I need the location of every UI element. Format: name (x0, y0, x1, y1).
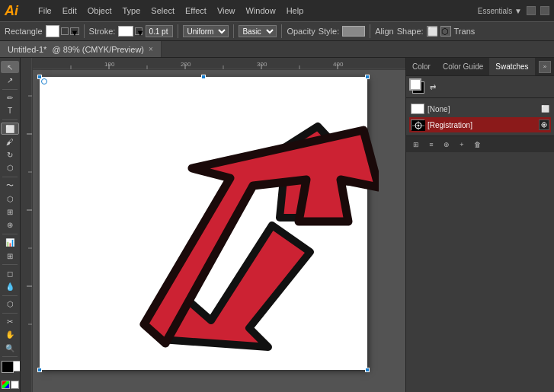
tool-divider-3 (2, 177, 18, 177)
no-color-icon[interactable] (11, 381, 19, 389)
warp-tool-btn[interactable]: 〜 (1, 180, 19, 192)
shape-label: Shape: (397, 27, 424, 36)
doc-tab-label: Untitled-1* @ 89% (CMYK/Preview) (8, 45, 144, 54)
options-bar: Rectangle ▼ Stroke: ▼ Uniform Basic Opac… (0, 21, 554, 41)
stroke-weight-input[interactable] (146, 25, 173, 37)
swatches-toolbar: ⊞ ≡ ⊕ + 🗑 (406, 135, 554, 152)
color-mode-icon[interactable] (2, 381, 10, 389)
swap-fill-stroke-btn[interactable]: ⇄ (430, 83, 436, 91)
shape-icon[interactable]: ⬜ (427, 26, 437, 37)
tool-divider-1 (2, 89, 18, 90)
menu-type[interactable]: Type (118, 5, 146, 17)
rectangle-tool-btn[interactable]: ⬜ (1, 123, 19, 135)
swatch-item-none[interactable]: [None] ⬜ (409, 101, 551, 116)
menu-select[interactable]: Select (146, 5, 179, 17)
menu-view[interactable]: View (213, 5, 240, 17)
color-indicators-row: ⇄ (406, 76, 554, 98)
handle-top-center[interactable] (201, 75, 206, 79)
handle-bottom-left[interactable] (37, 368, 42, 372)
tab-color-guide[interactable]: Color Guide (437, 58, 489, 75)
artboard-origin-indicator (41, 78, 47, 84)
direct-selection-tool-btn[interactable]: ↗ (1, 74, 19, 86)
pen-tool-btn[interactable]: ✏ (1, 91, 19, 104)
blend-tool-btn[interactable]: ⬡ (1, 298, 19, 311)
swatch-color-registration (411, 120, 424, 130)
divider3 (233, 24, 234, 38)
svg-text:300: 300 (257, 61, 267, 68)
handle-bottom-right[interactable] (365, 368, 370, 372)
symbol-sprayer-btn[interactable]: ⊛ (1, 219, 19, 231)
mesh-tool-btn[interactable]: ⊞ (1, 250, 19, 262)
swatch-icon-registration (539, 120, 549, 130)
stroke-arrow[interactable]: ▼ (135, 27, 143, 35)
swatch-item-registration[interactable]: [Registration] (409, 117, 551, 132)
stroke-swatch[interactable] (118, 26, 133, 37)
tab-color[interactable]: Color (406, 58, 437, 75)
panel-tabs: Color Color Guide Swatches » (406, 58, 554, 76)
tool-divider-5 (2, 264, 18, 265)
swatch-add-icon[interactable]: + (455, 139, 469, 151)
divider4 (281, 24, 282, 38)
handle-top-right[interactable] (365, 75, 370, 79)
swatches-list: [None] ⬜ [Registration] (406, 98, 554, 135)
mirror-tool-btn[interactable]: ⬡ (1, 162, 19, 174)
menu-window[interactable]: Window (242, 5, 280, 17)
panel-expand-btn[interactable]: » (539, 61, 551, 73)
eyedropper-tool-btn[interactable]: 💧 (1, 280, 19, 292)
artboard[interactable] (40, 77, 367, 370)
svg-text:200: 200 (181, 61, 191, 68)
swatch-label-registration: [Registration] (428, 121, 539, 129)
menu-file[interactable]: File (34, 5, 56, 17)
extras-icon[interactable] (527, 6, 536, 15)
foreground-color-swatch[interactable] (2, 361, 14, 373)
rotate-tool-btn[interactable]: ↻ (1, 149, 19, 161)
swatch-view-icon[interactable]: ⊞ (409, 139, 423, 151)
menu-edit[interactable]: Edit (58, 5, 82, 17)
ruler-top: 100 200 300 400 (33, 58, 405, 70)
extras2-icon[interactable] (540, 6, 549, 15)
brush-select[interactable]: Basic (239, 25, 277, 37)
fill-stroke-indicator[interactable] (409, 78, 428, 95)
transform-label: Trans (454, 27, 476, 36)
type-tool-btn[interactable]: T (1, 105, 19, 117)
handle-top-left[interactable] (37, 75, 42, 79)
tool-divider-2 (2, 120, 18, 120)
swatch-color-none (411, 104, 424, 114)
menu-bar: File Edit Object Type Select Effect View… (34, 5, 308, 17)
tool-name-label: Rectangle (5, 27, 43, 36)
svg-text:100: 100 (104, 61, 115, 68)
hand-tool-btn[interactable]: ✋ (1, 329, 19, 341)
selection-tool-btn[interactable]: ↖ (1, 61, 19, 73)
left-toolbar: ↖ ↗ ✏ T ⬜ 🖌 ↻ ⬡ 〜 ⬡ ⊞ ⊛ 📊 ⊞ ◻ 💧 ⬡ ✂ ✋ 🔍 (0, 58, 21, 392)
swatch-group-icon[interactable]: ⊕ (440, 139, 453, 151)
menu-effect[interactable]: Effect (181, 5, 211, 17)
menu-object[interactable]: Object (83, 5, 117, 17)
paintbrush-tool-btn[interactable]: 🖌 (1, 135, 19, 148)
tool-divider-8 (2, 356, 18, 357)
stroke-label: Stroke: (89, 27, 116, 36)
scissors-tool-btn[interactable]: ✂ (1, 316, 19, 328)
transform-icon[interactable]: ⬡ (440, 26, 451, 37)
canvas-area[interactable]: 100 200 300 400 (21, 58, 405, 392)
free-transform-btn[interactable]: ⊞ (1, 206, 19, 218)
swatch-list-icon[interactable]: ≡ (424, 139, 438, 151)
fill-color-swatch[interactable] (46, 25, 59, 37)
doc-tab-close-btn[interactable]: × (149, 45, 153, 53)
divider5 (370, 24, 370, 38)
swatch-none-tag: ⬜ (541, 105, 549, 113)
scale-tool-btn[interactable]: ⬡ (1, 193, 19, 205)
swatch-delete-icon[interactable]: 🗑 (470, 139, 484, 151)
style-swatch[interactable] (342, 26, 365, 37)
zoom-tool-btn[interactable]: 🔍 (1, 342, 19, 354)
color-swatches-section (1, 361, 19, 378)
menu-help[interactable]: Help (282, 5, 309, 17)
document-tab[interactable]: Untitled-1* @ 89% (CMYK/Preview) × (0, 41, 162, 57)
graph-tool-btn[interactable]: 📊 (1, 237, 19, 249)
fill-none-indicator (61, 27, 69, 35)
variable-width-select[interactable]: Uniform (183, 25, 229, 37)
fill-arrow[interactable]: ▼ (70, 27, 79, 35)
gradient-tool-btn[interactable]: ◻ (1, 267, 19, 279)
ruler-left (21, 58, 33, 392)
tab-swatches[interactable]: Swatches (489, 58, 534, 75)
main-layout: ↖ ↗ ✏ T ⬜ 🖌 ↻ ⬡ 〜 ⬡ ⊞ ⊛ 📊 ⊞ ◻ 💧 ⬡ ✂ ✋ 🔍 (0, 58, 554, 392)
